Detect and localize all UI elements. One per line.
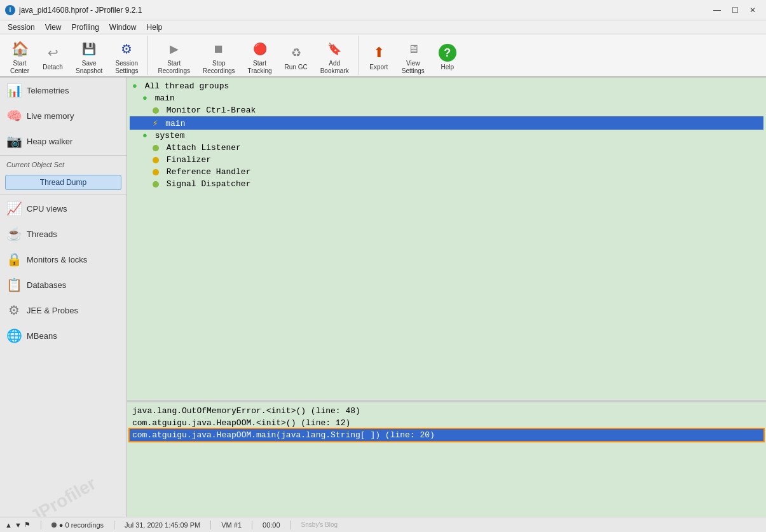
export-button[interactable]: ⬆ Export [363,41,395,74]
thread-dump-button[interactable]: Thread Dump [5,175,121,190]
current-object-set-label: Current Object Set [0,157,127,172]
close-button[interactable]: ✕ [744,4,761,16]
stack-row-3[interactable]: com.atguigu.java.HeapOOM.main(java.lang.… [130,429,763,441]
tree-row-monitor[interactable]: Monitor Ctrl-Break [130,104,763,116]
status-recordings: ● 0 recordings [51,521,104,529]
databases-icon: 📋 [6,277,22,292]
export-label: Export [369,64,388,71]
stack-text-2: com.atguigu.java.HeapOOM.<init>() (line:… [132,418,350,428]
window-title: java_pid14608.hprof - JProfiler 9.2.1 [19,6,142,15]
heap-walker-icon: 📷 [6,133,22,149]
nav-down-icon[interactable]: ▼ [15,521,22,529]
maximize-button[interactable]: ☐ [727,4,743,16]
start-center-icon: 🏠 [11,40,29,58]
stop-recordings-button[interactable]: ⏹ StopRecordings [197,37,241,78]
flag-icon[interactable]: ⚑ [24,521,31,529]
jee-probes-label: JEE & Probes [27,306,78,315]
stack-row-2[interactable]: com.atguigu.java.HeapOOM.<init>() (line:… [130,417,763,429]
time-text: 00:00 [263,521,280,529]
run-gc-label: Run GC [285,64,308,71]
status-sep-1 [41,521,41,529]
tree-row-main-group[interactable]: ● main [130,92,763,104]
telemetries-label: Telemetries [27,86,69,95]
stack-row-1[interactable]: java.lang.OutOfMemoryError.<init>() (lin… [130,405,763,417]
help-label: Help [441,64,455,71]
help-button[interactable]: ? Help [432,41,463,74]
mbeans-icon: 🌐 [6,328,22,343]
session-settings-button[interactable]: ⚙ SessionSettings [109,37,144,78]
threads-label: Threads [27,229,57,239]
recordings-text: ● 0 recordings [59,521,104,529]
detach-icon: ↩ [44,44,62,62]
sidebar-item-jee-probes[interactable]: ⚙ JEE & Probes [0,297,127,323]
threads-icon: ☕ [6,226,22,242]
view-settings-button[interactable]: 🖥 ViewSettings [396,37,430,78]
sidebar-item-databases[interactable]: 📋 Databases [0,272,127,297]
add-bookmark-icon: 🔖 [325,40,343,58]
status-datetime: Jul 31, 2020 1:45:09 PM [125,521,200,529]
save-snapshot-button[interactable]: 💾 SaveSnapshot [70,37,108,78]
watermark-text: Snsby's Blog [301,521,338,528]
detach-button[interactable]: ↩ Detach [37,41,69,74]
sidebar-item-telemetries[interactable]: 📊 Telemetries [0,78,127,103]
stack-text-1: java.lang.OutOfMemoryError.<init>() (lin… [132,406,360,416]
sidebar-item-mbeans[interactable]: 🌐 MBeans [0,323,127,348]
live-memory-icon: 🧠 [6,108,22,123]
start-tracking-button[interactable]: 🔴 StartTracking [242,37,278,78]
databases-label: Databases [27,280,66,290]
sidebar-item-cpu-views[interactable]: 📈 CPU views [0,196,127,221]
monitors-locks-label: Monitors & locks [27,255,87,264]
live-memory-label: Live memory [27,111,74,121]
menu-item-help[interactable]: Help [142,22,168,33]
telemetries-icon: 📊 [6,83,22,98]
thread-tree-panel[interactable]: ● All thread groups ● main Monitor Ctrl-… [127,78,766,400]
tree-row-system-group[interactable]: ● system [130,130,763,142]
start-center-button[interactable]: 🏠 StartCenter [4,37,36,78]
tree-text-all-groups: All thread groups [145,81,229,91]
tree-text-system-group: system [155,131,185,140]
run-gc-icon: ♻ [287,44,305,62]
status-sep-4 [252,521,252,529]
recordings-dot [51,522,57,528]
session-settings-icon: ⚙ [118,40,135,58]
tree-text-reference-handler: Reference Handler [167,167,251,177]
sidebar-sep-2 [0,194,127,194]
tree-text-attach-listener: Attach Listener [167,143,241,153]
stack-text-3: com.atguigu.java.HeapOOM.main(java.lang.… [132,430,435,440]
status-sep-3 [210,521,211,529]
menu-item-session[interactable]: Session [3,22,40,33]
stack-trace-panel[interactable]: java.lang.OutOfMemoryError.<init>() (lin… [127,402,766,517]
tree-row-attach-listener[interactable]: Attach Listener [130,142,763,154]
status-vm: VM #1 [221,521,242,529]
add-bookmark-button[interactable]: 🔖 AddBookmark [315,37,355,78]
sidebar-item-monitors-locks[interactable]: 🔒 Monitors & locks [0,247,127,272]
nav-up-icon[interactable]: ▲ [5,521,12,529]
menu-item-window[interactable]: Window [104,22,142,33]
session-settings-label: SessionSettings [115,60,138,75]
save-snapshot-label: SaveSnapshot [76,60,102,75]
title-left: i java_pid14608.hprof - JProfiler 9.2.1 [5,5,142,15]
tree-row-reference-handler[interactable]: Reference Handler [130,166,763,178]
menu-bar: SessionViewProfilingWindowHelp [0,20,766,34]
add-bookmark-label: AddBookmark [320,60,349,75]
menu-item-profiling[interactable]: Profiling [67,22,104,33]
tree-row-finalizer[interactable]: Finalizer [130,154,763,166]
status-nav-icons[interactable]: ▲ ▼ ⚑ [5,521,31,529]
tree-row-main-thread[interactable]: ⚡ main [130,116,763,130]
minimize-button[interactable]: — [709,4,725,16]
tree-text-main-group: main [155,93,175,103]
tree-text-main-thread: main [165,119,185,128]
start-tracking-label: StartTracking [248,60,272,75]
app-icon: i [5,5,15,15]
sidebar-item-heap-walker[interactable]: 📷 Heap walker [0,128,127,154]
start-recordings-button[interactable]: ▶ StartRecordings [152,37,196,78]
view-settings-icon: 🖥 [404,40,422,58]
tree-row-signal-dispatcher[interactable]: Signal Dispatcher [130,178,763,190]
stop-recordings-icon: ⏹ [210,40,228,58]
sidebar-item-live-memory[interactable]: 🧠 Live memory [0,103,127,128]
sidebar-item-threads[interactable]: ☕ Threads [0,221,127,247]
status-watermark: Snsby's Blog [301,521,338,528]
run-gc-button[interactable]: ♻ Run GC [279,41,313,74]
menu-item-view[interactable]: View [40,22,67,33]
tree-row-all-groups[interactable]: ● All thread groups [130,80,763,92]
